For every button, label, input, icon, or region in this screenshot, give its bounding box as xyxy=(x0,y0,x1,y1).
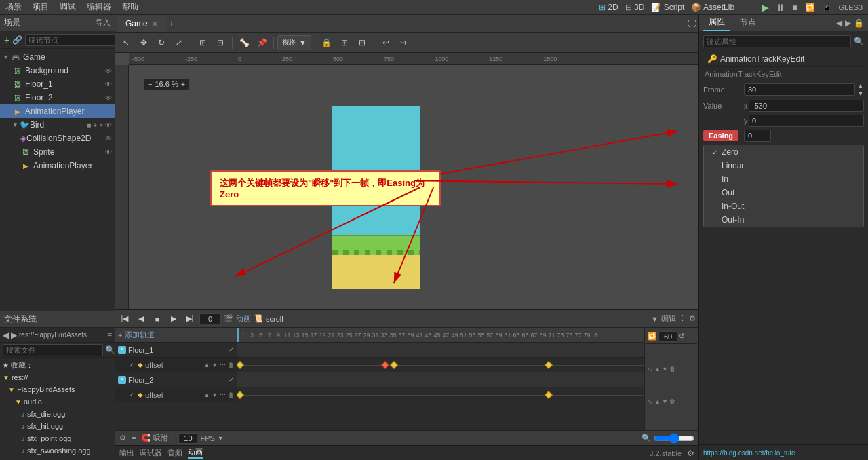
prop-filter-search-icon[interactable]: 🔍 xyxy=(854,37,864,46)
tree-node-background[interactable]: 🖼 Background 👁 xyxy=(0,64,115,77)
snap-value-input[interactable] xyxy=(178,433,197,444)
menu-project[interactable]: 项目 xyxy=(33,1,49,13)
select-tool[interactable]: ↖ xyxy=(118,35,134,51)
expand-btn[interactable]: ⛶ xyxy=(688,19,696,28)
tree-node-floor1[interactable]: 🖼 Floor_1 👁 xyxy=(0,77,115,91)
file-list-toggle[interactable]: ≡ xyxy=(107,330,112,340)
game-tab[interactable]: Game ✕ xyxy=(118,16,165,32)
add-track-btn[interactable]: + xyxy=(118,331,122,339)
nav-3d[interactable]: ⊟ 3D xyxy=(625,3,645,12)
stop-btn[interactable]: ■ xyxy=(792,2,797,13)
pause-btn[interactable]: ⏸ xyxy=(776,2,785,13)
sprite-visibility[interactable]: 👁 xyxy=(105,149,112,156)
f1-del-btn[interactable]: 🗑 xyxy=(669,366,675,372)
floor1-header-lane[interactable] xyxy=(237,343,644,358)
tab-close-btn[interactable]: ✕ xyxy=(152,20,157,28)
floor2-delete-btn[interactable]: 🗑 xyxy=(228,391,234,398)
f2-down-btn[interactable]: ▼ xyxy=(662,398,668,405)
next-btn[interactable]: ▶ xyxy=(11,330,17,340)
sfx-wing[interactable]: ♪ sfx_wing.ogg xyxy=(0,457,115,460)
end-frame-input[interactable]: 60 xyxy=(658,331,677,342)
nav-2d[interactable]: ⊞ 2D xyxy=(599,3,618,12)
f2-curve-btn[interactable]: ∿ xyxy=(648,398,653,405)
bottom-tab-animation[interactable]: 动画 xyxy=(188,447,203,459)
redo-btn[interactable]: ↪ xyxy=(395,35,412,51)
pin-tool[interactable]: 📌 xyxy=(254,35,270,51)
easing-option-in[interactable]: In xyxy=(704,172,863,186)
ungroup-btn[interactable]: ⊟ xyxy=(354,35,370,51)
properties-tab[interactable]: 属性 xyxy=(703,15,730,31)
res-item[interactable]: ▼ res:// xyxy=(0,371,115,383)
view-menu-btn[interactable]: 视图 ▼ xyxy=(277,35,311,50)
value-x-input[interactable] xyxy=(749,100,864,112)
filter-icon-bottom[interactable]: ⚙ xyxy=(119,434,126,442)
nav-assetlib[interactable]: 📦 AssetLib xyxy=(691,3,734,12)
frame-up-btn[interactable]: ▲▼ xyxy=(855,82,864,97)
f1-up-btn[interactable]: ▲ xyxy=(654,366,660,372)
bird-ctrl3[interactable]: × xyxy=(99,121,103,129)
undo-btn[interactable]: ↩ xyxy=(378,35,394,51)
audio-folder[interactable]: ▼ audio xyxy=(0,396,115,408)
tl-settings-btn[interactable]: ⚙ xyxy=(689,314,696,323)
bird-ctrl2[interactable]: + xyxy=(93,121,97,129)
floor1-key-30[interactable] xyxy=(381,361,389,368)
tl-options-btn[interactable]: ▼ xyxy=(651,315,658,323)
tree-node-animplayer2[interactable]: ▶ AnimationPlayer xyxy=(0,159,115,172)
tl-stop[interactable]: ■ xyxy=(151,312,164,326)
floor1-key-start[interactable] xyxy=(237,361,244,368)
value-y-input[interactable] xyxy=(749,115,864,127)
group-btn[interactable]: ⊞ xyxy=(336,35,353,51)
floor2-visibility[interactable]: 👁 xyxy=(105,94,112,102)
prop-filter-input[interactable] xyxy=(703,35,851,47)
tree-node-animplayer1[interactable]: ▶ AnimationPlayer xyxy=(0,104,115,118)
loop-btn[interactable]: 🔁 xyxy=(648,332,657,341)
f2-del-btn[interactable]: 🗑 xyxy=(669,398,675,405)
fps-dropdown[interactable]: FPS xyxy=(200,434,214,442)
floor2-key-start[interactable] xyxy=(237,391,244,398)
sfx-die[interactable]: ♪ sfx_die.ogg xyxy=(0,408,115,420)
zoom-plus[interactable]: + xyxy=(181,80,185,88)
floor2-header-lane[interactable] xyxy=(237,372,644,387)
bone-tool[interactable]: 🦴 xyxy=(236,35,252,51)
floor2-key-60[interactable] xyxy=(545,391,552,398)
easing-option-out[interactable]: Out xyxy=(704,186,863,199)
tree-node-collision[interactable]: ◈ CollisionShape2D 👁 xyxy=(0,132,115,145)
tree-node-game[interactable]: ▼ 🎮 Game xyxy=(0,50,115,64)
floor1-delete-btn[interactable]: 🗑 xyxy=(228,362,234,368)
menu-help[interactable]: 帮助 xyxy=(122,1,138,13)
floor2-offset-lane[interactable] xyxy=(237,387,644,402)
sfx-hit[interactable]: ♪ sfx_hit.ogg xyxy=(0,420,115,432)
floor1-up-btn[interactable]: ▲ xyxy=(203,362,210,368)
list-icon-bottom[interactable]: ≡ xyxy=(132,434,136,442)
floor1-offset-check[interactable]: ✓ xyxy=(129,362,134,368)
f1-curve-btn[interactable]: ∿ xyxy=(648,366,653,372)
floor1-visibility[interactable]: 👁 xyxy=(105,81,112,88)
fps-chevron[interactable]: ▼ xyxy=(218,435,224,442)
scene-header-import[interactable]: 导入 xyxy=(96,18,111,28)
menu-debug[interactable]: 调试 xyxy=(60,1,76,13)
easing-option-zero[interactable]: ✓ Zero xyxy=(704,145,863,159)
right-next-btn[interactable]: ▶ xyxy=(845,18,851,28)
easing-label-box[interactable]: Easing xyxy=(703,130,738,141)
right-lock-btn[interactable]: 🔒 xyxy=(854,18,864,28)
floor2-up-btn[interactable]: ▲ xyxy=(203,391,210,398)
tree-node-floor2[interactable]: 🖼 Floor_2 👁 xyxy=(0,91,115,104)
remote-btn[interactable]: 📱 xyxy=(822,3,832,12)
nav-script[interactable]: 📝 Script xyxy=(651,3,684,12)
easing-option-in-out[interactable]: In-Out xyxy=(704,199,863,213)
easing-option-linear[interactable]: Linear xyxy=(704,159,863,172)
tl-skip-start[interactable]: |◀ xyxy=(118,312,132,326)
rotate-tool[interactable]: ↻ xyxy=(153,35,170,51)
tl-play[interactable]: ▶ xyxy=(167,312,180,326)
floor2-down-btn[interactable]: ▼ xyxy=(212,391,218,398)
collision-visibility[interactable]: 👁 xyxy=(105,135,112,142)
scale-tool[interactable]: ⤢ xyxy=(171,35,187,51)
add-track-label[interactable]: 添加轨道 xyxy=(125,330,155,340)
move-tool[interactable]: ✥ xyxy=(136,35,152,51)
link-node-btn[interactable]: 🔗 xyxy=(12,35,22,45)
sfx-swooshing[interactable]: ♪ sfx_swooshing.ogg xyxy=(0,444,115,457)
f1-down-btn[interactable]: ▼ xyxy=(662,366,668,372)
right-prev-btn[interactable]: ◀ xyxy=(836,18,842,28)
lock-btn[interactable]: 🔒 xyxy=(319,35,335,51)
new-tab-btn[interactable]: + xyxy=(166,18,177,29)
